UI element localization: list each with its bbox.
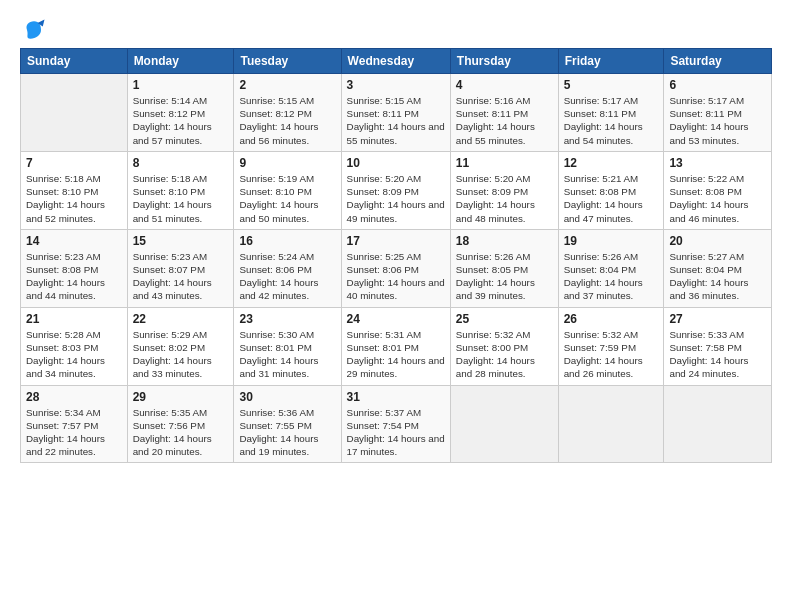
day-info: Sunrise: 5:30 AMSunset: 8:01 PMDaylight:… xyxy=(239,328,335,381)
day-info: Sunrise: 5:15 AMSunset: 8:12 PMDaylight:… xyxy=(239,94,335,147)
header-day-sunday: Sunday xyxy=(21,49,128,74)
day-number: 26 xyxy=(564,312,659,326)
day-number: 12 xyxy=(564,156,659,170)
calendar-week-1: 1Sunrise: 5:14 AMSunset: 8:12 PMDaylight… xyxy=(21,74,772,152)
calendar-cell: 8Sunrise: 5:18 AMSunset: 8:10 PMDaylight… xyxy=(127,151,234,229)
day-info: Sunrise: 5:25 AMSunset: 8:06 PMDaylight:… xyxy=(347,250,445,303)
calendar-cell: 10Sunrise: 5:20 AMSunset: 8:09 PMDayligh… xyxy=(341,151,450,229)
day-info: Sunrise: 5:32 AMSunset: 8:00 PMDaylight:… xyxy=(456,328,553,381)
day-number: 23 xyxy=(239,312,335,326)
day-info: Sunrise: 5:20 AMSunset: 8:09 PMDaylight:… xyxy=(456,172,553,225)
day-number: 8 xyxy=(133,156,229,170)
calendar-cell: 5Sunrise: 5:17 AMSunset: 8:11 PMDaylight… xyxy=(558,74,664,152)
header-day-monday: Monday xyxy=(127,49,234,74)
day-info: Sunrise: 5:23 AMSunset: 8:08 PMDaylight:… xyxy=(26,250,122,303)
day-number: 10 xyxy=(347,156,445,170)
day-info: Sunrise: 5:32 AMSunset: 7:59 PMDaylight:… xyxy=(564,328,659,381)
day-number: 6 xyxy=(669,78,766,92)
calendar-cell: 19Sunrise: 5:26 AMSunset: 8:04 PMDayligh… xyxy=(558,229,664,307)
day-info: Sunrise: 5:33 AMSunset: 7:58 PMDaylight:… xyxy=(669,328,766,381)
day-number: 28 xyxy=(26,390,122,404)
day-info: Sunrise: 5:15 AMSunset: 8:11 PMDaylight:… xyxy=(347,94,445,147)
day-number: 31 xyxy=(347,390,445,404)
calendar-cell: 17Sunrise: 5:25 AMSunset: 8:06 PMDayligh… xyxy=(341,229,450,307)
day-number: 21 xyxy=(26,312,122,326)
calendar-cell: 27Sunrise: 5:33 AMSunset: 7:58 PMDayligh… xyxy=(664,307,772,385)
calendar-cell: 6Sunrise: 5:17 AMSunset: 8:11 PMDaylight… xyxy=(664,74,772,152)
day-info: Sunrise: 5:24 AMSunset: 8:06 PMDaylight:… xyxy=(239,250,335,303)
header-day-thursday: Thursday xyxy=(450,49,558,74)
calendar-cell: 9Sunrise: 5:19 AMSunset: 8:10 PMDaylight… xyxy=(234,151,341,229)
calendar-cell: 29Sunrise: 5:35 AMSunset: 7:56 PMDayligh… xyxy=(127,385,234,463)
day-number: 24 xyxy=(347,312,445,326)
calendar-week-5: 28Sunrise: 5:34 AMSunset: 7:57 PMDayligh… xyxy=(21,385,772,463)
day-number: 29 xyxy=(133,390,229,404)
calendar-cell: 25Sunrise: 5:32 AMSunset: 8:00 PMDayligh… xyxy=(450,307,558,385)
day-number: 17 xyxy=(347,234,445,248)
calendar-cell: 12Sunrise: 5:21 AMSunset: 8:08 PMDayligh… xyxy=(558,151,664,229)
calendar-week-2: 7Sunrise: 5:18 AMSunset: 8:10 PMDaylight… xyxy=(21,151,772,229)
calendar-cell: 15Sunrise: 5:23 AMSunset: 8:07 PMDayligh… xyxy=(127,229,234,307)
day-number: 14 xyxy=(26,234,122,248)
day-number: 3 xyxy=(347,78,445,92)
day-number: 20 xyxy=(669,234,766,248)
day-info: Sunrise: 5:37 AMSunset: 7:54 PMDaylight:… xyxy=(347,406,445,459)
day-info: Sunrise: 5:16 AMSunset: 8:11 PMDaylight:… xyxy=(456,94,553,147)
day-info: Sunrise: 5:27 AMSunset: 8:04 PMDaylight:… xyxy=(669,250,766,303)
day-number: 16 xyxy=(239,234,335,248)
calendar-cell: 14Sunrise: 5:23 AMSunset: 8:08 PMDayligh… xyxy=(21,229,128,307)
day-number: 5 xyxy=(564,78,659,92)
day-info: Sunrise: 5:36 AMSunset: 7:55 PMDaylight:… xyxy=(239,406,335,459)
day-info: Sunrise: 5:17 AMSunset: 8:11 PMDaylight:… xyxy=(669,94,766,147)
header-row-days: SundayMondayTuesdayWednesdayThursdayFrid… xyxy=(21,49,772,74)
logo xyxy=(20,16,52,44)
calendar-cell xyxy=(664,385,772,463)
day-info: Sunrise: 5:21 AMSunset: 8:08 PMDaylight:… xyxy=(564,172,659,225)
calendar-cell: 24Sunrise: 5:31 AMSunset: 8:01 PMDayligh… xyxy=(341,307,450,385)
day-number: 22 xyxy=(133,312,229,326)
day-info: Sunrise: 5:14 AMSunset: 8:12 PMDaylight:… xyxy=(133,94,229,147)
day-info: Sunrise: 5:22 AMSunset: 8:08 PMDaylight:… xyxy=(669,172,766,225)
day-info: Sunrise: 5:29 AMSunset: 8:02 PMDaylight:… xyxy=(133,328,229,381)
calendar-cell: 30Sunrise: 5:36 AMSunset: 7:55 PMDayligh… xyxy=(234,385,341,463)
day-info: Sunrise: 5:17 AMSunset: 8:11 PMDaylight:… xyxy=(564,94,659,147)
day-info: Sunrise: 5:18 AMSunset: 8:10 PMDaylight:… xyxy=(133,172,229,225)
day-info: Sunrise: 5:20 AMSunset: 8:09 PMDaylight:… xyxy=(347,172,445,225)
day-number: 4 xyxy=(456,78,553,92)
day-number: 27 xyxy=(669,312,766,326)
calendar-cell: 7Sunrise: 5:18 AMSunset: 8:10 PMDaylight… xyxy=(21,151,128,229)
calendar-cell: 3Sunrise: 5:15 AMSunset: 8:11 PMDaylight… xyxy=(341,74,450,152)
calendar-cell: 11Sunrise: 5:20 AMSunset: 8:09 PMDayligh… xyxy=(450,151,558,229)
day-number: 30 xyxy=(239,390,335,404)
day-number: 15 xyxy=(133,234,229,248)
calendar-week-4: 21Sunrise: 5:28 AMSunset: 8:03 PMDayligh… xyxy=(21,307,772,385)
calendar-table: SundayMondayTuesdayWednesdayThursdayFrid… xyxy=(20,48,772,463)
calendar-cell: 18Sunrise: 5:26 AMSunset: 8:05 PMDayligh… xyxy=(450,229,558,307)
day-number: 13 xyxy=(669,156,766,170)
header-day-tuesday: Tuesday xyxy=(234,49,341,74)
day-info: Sunrise: 5:28 AMSunset: 8:03 PMDaylight:… xyxy=(26,328,122,381)
calendar-cell: 23Sunrise: 5:30 AMSunset: 8:01 PMDayligh… xyxy=(234,307,341,385)
calendar-cell xyxy=(450,385,558,463)
day-info: Sunrise: 5:18 AMSunset: 8:10 PMDaylight:… xyxy=(26,172,122,225)
day-number: 7 xyxy=(26,156,122,170)
calendar-cell: 1Sunrise: 5:14 AMSunset: 8:12 PMDaylight… xyxy=(127,74,234,152)
calendar-cell: 21Sunrise: 5:28 AMSunset: 8:03 PMDayligh… xyxy=(21,307,128,385)
calendar-cell: 31Sunrise: 5:37 AMSunset: 7:54 PMDayligh… xyxy=(341,385,450,463)
day-number: 11 xyxy=(456,156,553,170)
day-number: 18 xyxy=(456,234,553,248)
day-info: Sunrise: 5:31 AMSunset: 8:01 PMDaylight:… xyxy=(347,328,445,381)
calendar-cell: 20Sunrise: 5:27 AMSunset: 8:04 PMDayligh… xyxy=(664,229,772,307)
day-info: Sunrise: 5:23 AMSunset: 8:07 PMDaylight:… xyxy=(133,250,229,303)
day-number: 9 xyxy=(239,156,335,170)
calendar-cell: 4Sunrise: 5:16 AMSunset: 8:11 PMDaylight… xyxy=(450,74,558,152)
calendar-cell xyxy=(558,385,664,463)
calendar-cell: 2Sunrise: 5:15 AMSunset: 8:12 PMDaylight… xyxy=(234,74,341,152)
day-info: Sunrise: 5:34 AMSunset: 7:57 PMDaylight:… xyxy=(26,406,122,459)
day-info: Sunrise: 5:26 AMSunset: 8:04 PMDaylight:… xyxy=(564,250,659,303)
calendar-cell: 16Sunrise: 5:24 AMSunset: 8:06 PMDayligh… xyxy=(234,229,341,307)
day-info: Sunrise: 5:35 AMSunset: 7:56 PMDaylight:… xyxy=(133,406,229,459)
calendar-cell: 26Sunrise: 5:32 AMSunset: 7:59 PMDayligh… xyxy=(558,307,664,385)
day-number: 2 xyxy=(239,78,335,92)
header-day-friday: Friday xyxy=(558,49,664,74)
